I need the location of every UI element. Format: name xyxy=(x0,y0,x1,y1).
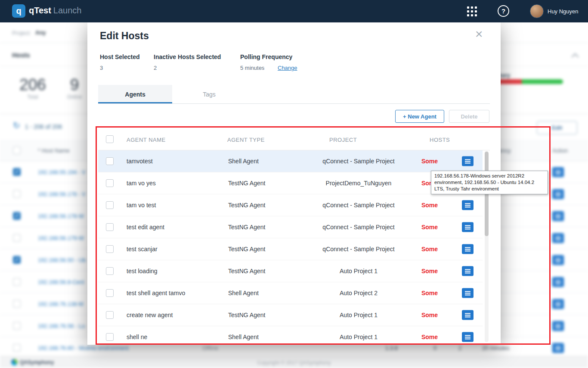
agent-hosts-link[interactable]: Some xyxy=(413,334,446,340)
agent-row[interactable]: test shell agent tamvoShell AgentAuto Pr… xyxy=(98,282,483,304)
agent-hosts-link[interactable]: Some xyxy=(413,268,446,274)
tab-tags[interactable]: Tags xyxy=(172,85,246,103)
host-action-button[interactable] xyxy=(552,189,564,199)
host-checkbox[interactable] xyxy=(13,278,21,286)
host-name-link[interactable]: 192.168.56.178 - V xyxy=(38,191,86,197)
agent-row[interactable]: tam vo testTestNG AgentqConnect - Sample… xyxy=(98,194,483,216)
hamburger-icon xyxy=(555,324,561,328)
host-name-link[interactable]: 192.168.56.8-Cent xyxy=(38,279,84,285)
agent-menu-button[interactable] xyxy=(462,266,473,276)
agent-hosts-link[interactable]: Some xyxy=(413,290,446,296)
agent-name-column-header[interactable]: AGENT NAME xyxy=(127,137,166,143)
agent-checkbox[interactable] xyxy=(106,157,114,165)
agent-row[interactable]: tamvotestShell AgentqConnect - Sample Pr… xyxy=(98,150,483,172)
inactive-hosts-value: 2 xyxy=(154,65,157,71)
agent-project: Auto Project 1 xyxy=(294,312,423,318)
agent-checkbox[interactable] xyxy=(106,267,114,275)
agent-checkbox[interactable] xyxy=(106,333,114,341)
user-name[interactable]: Huy Nguyen xyxy=(548,8,579,15)
agent-hosts-link[interactable]: Some xyxy=(413,224,446,231)
host-name-link[interactable]: 192.168.56.50 - Ub xyxy=(38,257,86,263)
agent-menu-button[interactable] xyxy=(462,156,473,166)
host-name-link[interactable]: 192.168.76.60 - Wu64a environment xyxy=(38,345,129,351)
host-checkbox[interactable] xyxy=(13,322,21,330)
host-action-button[interactable] xyxy=(552,299,564,309)
agent-name: test loading xyxy=(127,268,158,274)
apps-grid-icon[interactable] xyxy=(467,6,477,16)
host-checkbox[interactable] xyxy=(13,234,21,242)
refresh-icon[interactable]: ↻ xyxy=(13,120,20,131)
host-checkbox[interactable] xyxy=(13,190,21,198)
agent-menu-button[interactable] xyxy=(462,222,473,232)
agent-hosts-link[interactable]: Some xyxy=(413,312,446,318)
total-hosts-label: Total xyxy=(19,94,46,100)
agent-row[interactable]: test edit agentTestNG AgentqConnect - Sa… xyxy=(98,216,483,238)
change-polling-link[interactable]: Change xyxy=(278,65,297,71)
copyright-text: Copyright © 2017 QASymphony xyxy=(0,360,588,366)
agent-row[interactable]: test scanjarTestNG AgentqConnect - Sampl… xyxy=(98,238,483,260)
select-all-checkbox[interactable] xyxy=(13,147,21,154)
hamburger-icon xyxy=(465,225,470,229)
help-icon[interactable]: ? xyxy=(498,5,509,17)
project-column-header[interactable]: PROJECT xyxy=(329,137,357,143)
project-label: Project: xyxy=(12,30,31,36)
host-action-button[interactable] xyxy=(552,255,564,265)
host-action-button[interactable] xyxy=(552,321,564,331)
host-action-button[interactable] xyxy=(552,277,564,287)
agent-menu-button[interactable] xyxy=(462,332,473,342)
agent-type-column-header[interactable]: AGENT TYPE xyxy=(227,137,265,143)
hosts-column-header[interactable]: HOSTS xyxy=(430,137,450,143)
new-agent-button[interactable]: + New Agent xyxy=(395,110,444,123)
qtest-logo-icon[interactable]: q xyxy=(12,4,25,18)
agent-row[interactable]: shell neShell AgentAuto Project 1Some xyxy=(98,326,483,345)
project-value[interactable]: Any xyxy=(35,29,46,36)
hamburger-icon xyxy=(465,203,470,207)
host-name-column-header[interactable]: * Host Name xyxy=(38,147,70,154)
host-action-button[interactable] xyxy=(552,233,564,243)
agent-row[interactable]: create new agentTestNG AgentAuto Project… xyxy=(98,304,483,326)
host-name-link[interactable]: 192.168.56.178-W xyxy=(38,213,84,219)
agent-row[interactable]: test loadingTestNG AgentAuto Project 1So… xyxy=(98,260,483,282)
host-checkbox[interactable] xyxy=(13,212,21,220)
agent-row[interactable]: tam vo yesTestNG AgentProjectDemo_TuNguy… xyxy=(98,172,483,194)
edit-button[interactable]: Edit xyxy=(537,121,577,134)
host-name-link[interactable]: 192.168.55.194 - V xyxy=(38,169,86,175)
agent-name: create new agent xyxy=(127,312,173,318)
agent-checkbox[interactable] xyxy=(106,201,114,209)
brand-launch: Launch xyxy=(53,6,82,15)
agent-menu-button[interactable] xyxy=(462,310,473,320)
delete-button[interactable]: Delete xyxy=(449,110,489,123)
close-icon[interactable]: × xyxy=(475,28,483,41)
tab-agents[interactable]: Agents xyxy=(98,85,172,103)
host-action-button[interactable] xyxy=(552,343,564,353)
agent-checkbox[interactable] xyxy=(106,245,114,253)
host-name-link[interactable]: 192.168.76.56 - Lo xyxy=(38,323,85,329)
top-navbar: q qTestLaunch ? Huy Nguyen xyxy=(0,0,588,22)
host-action-button[interactable] xyxy=(552,211,564,221)
agent-checkbox[interactable] xyxy=(106,223,114,231)
host-name-link[interactable]: 192.168.56.179-W xyxy=(38,235,84,241)
agent-menu-button[interactable] xyxy=(462,244,473,254)
hamburger-icon xyxy=(465,269,470,273)
agent-checkbox[interactable] xyxy=(106,311,114,319)
host-checkbox[interactable] xyxy=(13,344,21,352)
inactive-hosts-label: Inactive Hosts Selected xyxy=(154,53,221,60)
agent-checkbox[interactable] xyxy=(106,179,114,187)
agent-hosts-link[interactable]: Some xyxy=(413,246,446,253)
host-checkbox[interactable] xyxy=(13,300,21,308)
host-checkbox[interactable] xyxy=(13,168,21,176)
agent-project: Auto Project 2 xyxy=(294,290,423,296)
select-all-agents-checkbox[interactable] xyxy=(106,135,114,143)
host-checkbox[interactable] xyxy=(13,256,21,264)
host-name-link[interactable]: 192.168.76.138-M xyxy=(38,301,84,307)
host-action-button[interactable] xyxy=(552,167,564,177)
agent-menu-button[interactable] xyxy=(462,288,473,298)
agent-menu-button[interactable] xyxy=(462,200,473,210)
agent-type: TestNG Agent xyxy=(228,312,265,318)
user-avatar[interactable] xyxy=(530,4,544,18)
agent-hosts-link[interactable]: Some xyxy=(413,202,446,209)
agent-checkbox[interactable] xyxy=(106,289,114,297)
collapse-chevron-icon[interactable] xyxy=(572,53,579,61)
agent-type: TestNG Agent xyxy=(228,246,265,253)
agent-hosts-link[interactable]: Some xyxy=(413,158,446,165)
